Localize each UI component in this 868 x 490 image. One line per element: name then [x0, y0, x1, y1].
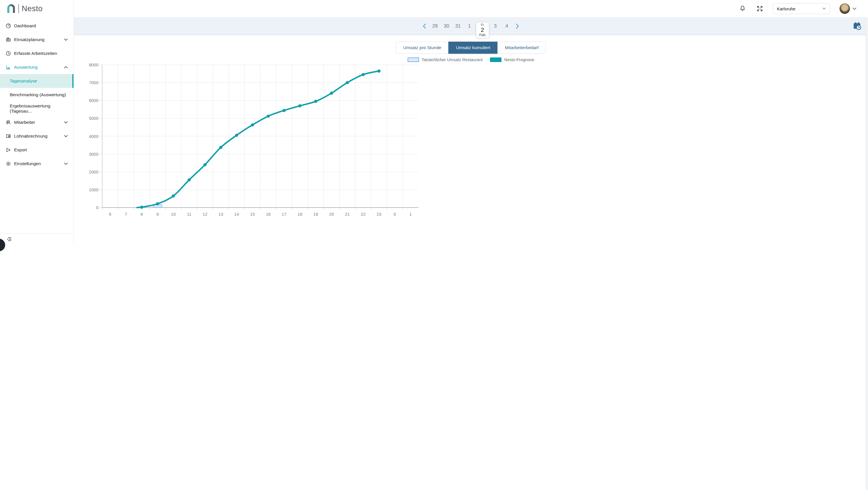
sidebar-item-label: Dashboard: [14, 23, 36, 28]
sidebar-item-label: Lohnabrechnung: [14, 134, 48, 139]
sidebar-subitem-ergebnisauswertung[interactable]: Ergebnisauswertung (Tagesau...: [0, 102, 73, 115]
svg-text:10: 10: [171, 212, 176, 217]
svg-text:8000: 8000: [89, 62, 98, 67]
tagesanalyse-panel: Umsatz pro Stunde Umsatz kumuliert Mitar…: [74, 35, 434, 245]
sidebar-item-einstellungen[interactable]: Einstellungen: [0, 157, 73, 171]
sidebar-nav: Dashboard Einsatzplanung Erfasste Arbeit…: [0, 17, 73, 233]
svg-text:19: 19: [313, 212, 318, 217]
svg-text:15: 15: [250, 212, 255, 217]
sidebar-item-label: Einstellungen: [14, 161, 41, 166]
svg-text:22: 22: [361, 212, 366, 217]
svg-text:14: 14: [234, 212, 239, 217]
date-option[interactable]: 29: [430, 23, 434, 29]
svg-text:21: 21: [345, 212, 350, 217]
sidebar-item-erfasste-arbeitszeiten[interactable]: Erfasste Arbeitszeiten: [0, 47, 73, 60]
svg-text:4000: 4000: [89, 134, 98, 139]
sidebar-item-label: Einsatzplanung: [14, 37, 44, 42]
nesto-logo: Nesto: [0, 0, 73, 17]
chevron-down-icon: [64, 135, 68, 137]
chevron-down-icon: [64, 163, 68, 165]
chevron-left-icon: [423, 24, 426, 29]
svg-text:18: 18: [298, 212, 302, 217]
top-header: Karlsruhe: [74, 0, 434, 17]
sidebar-item-label: Export: [14, 147, 27, 152]
date-navigation-bar: 29 30 31 1 Fr 2 Feb 3 4: [74, 17, 434, 35]
sidebar-item-einsatzplanung[interactable]: Einsatzplanung: [0, 33, 73, 47]
sidebar-subitem-label: Benchmarking (Auswertung): [10, 92, 66, 97]
svg-text:17: 17: [282, 212, 286, 217]
svg-text:9: 9: [156, 212, 159, 217]
svg-text:16: 16: [266, 212, 271, 217]
sidebar-item-export[interactable]: Export: [0, 143, 73, 157]
sidebar-item-label: Erfasste Arbeitszeiten: [14, 51, 57, 56]
sidebar-subitem-label: Tagesanalyse: [10, 79, 37, 84]
chevron-up-icon: [64, 66, 68, 68]
prev-day-button[interactable]: [421, 22, 429, 30]
sidebar-subitem-tagesanalyse[interactable]: Tagesanalyse: [0, 74, 73, 88]
svg-text:1000: 1000: [89, 187, 98, 192]
svg-text:13: 13: [218, 212, 223, 217]
svg-text:11: 11: [187, 212, 191, 217]
svg-text:7000: 7000: [89, 80, 98, 85]
sidebar-subitem-label: Ergebnisauswertung (Tagesau...: [10, 104, 73, 114]
wallet-icon: [5, 133, 11, 139]
sidebar-item-label: Auswertung: [14, 65, 38, 70]
logo-divider: [19, 4, 19, 13]
sidebar-item-dashboard[interactable]: Dashboard: [0, 19, 73, 33]
sidebar-item-auswertung[interactable]: Auswertung: [0, 60, 73, 74]
svg-text:1: 1: [409, 212, 412, 217]
svg-text:7: 7: [125, 212, 127, 217]
svg-text:20: 20: [329, 212, 334, 217]
nesto-logo-icon: [7, 4, 16, 13]
svg-text:12: 12: [203, 212, 208, 217]
clock-icon: [5, 51, 11, 56]
svg-text:23: 23: [377, 212, 381, 217]
chevron-down-icon: [64, 38, 68, 41]
brand-name: Nesto: [22, 4, 43, 13]
svg-text:8: 8: [141, 212, 143, 217]
sidebar-item-mitarbeiter[interactable]: Mitarbeiter: [0, 115, 73, 129]
sidebar-footer: [0, 233, 73, 245]
svg-text:6: 6: [109, 212, 111, 217]
sidebar: Nesto Dashboard Einsatzplanung: [0, 0, 74, 245]
gear-icon: [5, 161, 11, 167]
export-icon: [5, 147, 11, 153]
bar-chart-icon: [5, 64, 11, 70]
svg-text:2000: 2000: [89, 170, 98, 174]
dashboard-icon: [5, 23, 11, 29]
sidebar-item-lohnabrechnung[interactable]: Lohnabrechnung: [0, 129, 73, 143]
sidebar-subitem-benchmarking[interactable]: Benchmarking (Auswertung): [0, 88, 73, 102]
chevron-down-icon: [64, 121, 68, 123]
svg-text:3000: 3000: [89, 152, 98, 156]
users-icon: [5, 119, 11, 125]
svg-text:0: 0: [96, 205, 98, 210]
svg-text:0: 0: [394, 212, 396, 217]
sidebar-item-label: Mitarbeiter: [14, 120, 35, 125]
svg-text:5000: 5000: [89, 116, 98, 121]
svg-text:6000: 6000: [89, 98, 98, 103]
revenue-chart: 0100020003000400050006000700080006789101…: [74, 35, 434, 245]
planning-icon: [5, 37, 11, 42]
collapse-sidebar-icon[interactable]: [6, 236, 12, 242]
